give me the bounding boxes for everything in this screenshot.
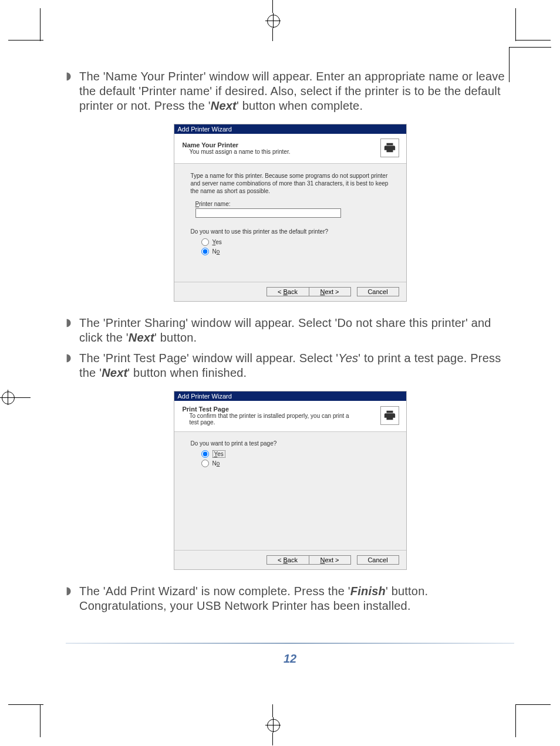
cancel-button[interactable]: Cancel [357,287,399,296]
bullet-icon: ◗ [66,69,71,113]
bullet-item: ◗ The 'Printer Sharing' window will appe… [66,316,514,345]
bullet-text: The 'Name Your Printer' window will appe… [79,69,514,113]
wizard-subheading: To confirm that the printer is installed… [190,413,359,426]
wizard-titlebar: Add Printer Wizard [174,391,406,401]
wizard-name-your-printer: Add Printer Wizard Name Your Printer You… [174,124,407,302]
wizard-heading: Name Your Printer [183,141,291,148]
wizard-heading: Print Test Page [183,406,359,413]
radio-yes[interactable] [201,238,209,246]
radio-no[interactable] [201,460,209,467]
bullet-icon: ◗ [66,316,71,345]
bullet-text: The 'Add Print Wizard' is now complete. … [79,584,514,613]
bullet-icon: ◗ [66,351,71,380]
printer-name-field[interactable] [195,208,341,218]
printer-icon [380,406,399,425]
printer-name-label: Printer name: [195,201,394,207]
bullet-icon: ◗ [66,584,71,613]
wizard-subheading: You must assign a name to this printer. [190,148,291,155]
radio-yes-label: Yes [212,239,222,245]
back-button[interactable]: < Back [266,555,309,565]
bullet-item: ◗ The 'Name Your Printer' window will ap… [66,69,514,113]
wizard-print-test-page: Add Printer Wizard Print Test Page To co… [174,391,407,570]
footer-rule [66,643,514,644]
radio-no-label: No [212,248,220,255]
bullet-text: The 'Printer Sharing' window will appear… [79,316,514,345]
back-button[interactable]: < Back [266,287,309,296]
next-button[interactable]: Next > [309,287,351,296]
cancel-button[interactable]: Cancel [357,555,399,565]
printer-icon [380,139,399,157]
test-page-question: Do you want to print a test page? [191,440,394,447]
bullet-item: ◗ The 'Print Test Page' window will appe… [66,351,514,380]
radio-yes-label: Yes [212,450,225,458]
radio-yes[interactable] [201,450,209,458]
next-button[interactable]: Next > [309,555,351,565]
wizard-titlebar: Add Printer Wizard [174,124,406,134]
bullet-text: The 'Print Test Page' window will appear… [79,351,514,380]
default-printer-question: Do you want to use this printer as the d… [191,228,394,235]
radio-no[interactable] [201,248,209,255]
bullet-item: ◗ The 'Add Print Wizard' is now complete… [66,584,514,613]
page-number: 12 [66,652,514,666]
wizard-note: Type a name for this printer. Because so… [191,172,394,195]
radio-no-label: No [212,460,220,467]
